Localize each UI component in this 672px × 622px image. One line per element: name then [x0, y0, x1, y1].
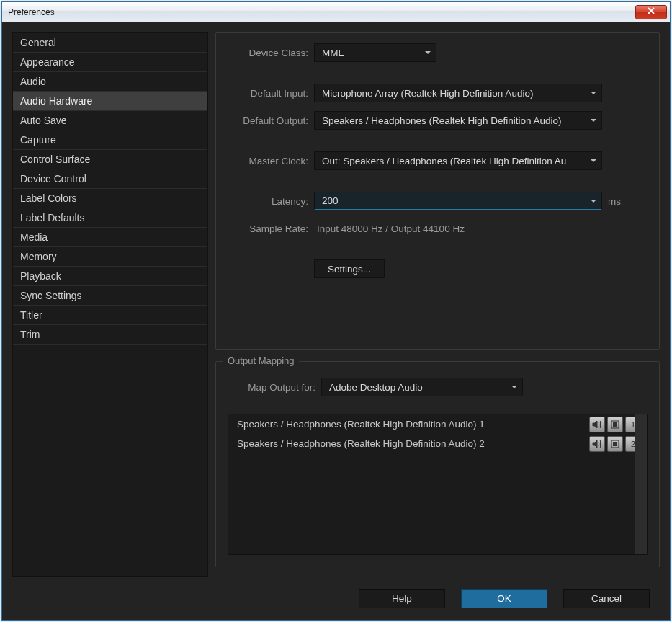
device-class-dropdown[interactable]: MME — [314, 43, 436, 62]
sidebar-item-label: Capture — [20, 134, 56, 146]
ok-button-label: OK — [497, 593, 511, 604]
sidebar-item-appearance[interactable]: Appearance — [13, 53, 207, 72]
default-output-dropdown[interactable]: Speakers / Headphones (Realtek High Defi… — [314, 111, 602, 130]
dialog-footer: Help OK Cancel — [2, 577, 670, 620]
output-mapping-group: Output Mapping Map Output for: Adobe Des… — [215, 361, 660, 567]
sidebar-item-label: Media — [20, 231, 48, 243]
sidebar-item-label: Sync Settings — [20, 290, 82, 301]
output-mapping-list: Speakers / Headphones (Realtek High Defi… — [228, 414, 648, 555]
cancel-button-label: Cancel — [591, 593, 622, 604]
sidebar-item-control-surface[interactable]: Control Surface — [13, 150, 207, 169]
map-output-for-value: Adobe Desktop Audio — [329, 382, 423, 393]
dialog-body: GeneralAppearanceAudioAudio HardwareAuto… — [2, 22, 670, 577]
chevron-down-icon — [590, 117, 597, 124]
chevron-down-icon — [590, 197, 597, 205]
sidebar-item-media[interactable]: Media — [13, 228, 207, 247]
sidebar-item-label: Control Surface — [20, 154, 90, 165]
sidebar-item-label: Audio — [20, 76, 46, 87]
device-class-label: Device Class: — [228, 48, 314, 58]
sidebar-item-sync-settings[interactable]: Sync Settings — [13, 286, 207, 306]
sidebar-item-label: Label Colors — [20, 192, 77, 204]
sidebar-item-capture[interactable]: Capture — [13, 130, 207, 150]
svg-rect-1 — [613, 422, 617, 427]
audio-hardware-group: Device Class: MME Default Input: Microph… — [215, 32, 660, 350]
map-output-for-label: Map Output for: — [228, 382, 321, 393]
category-sidebar: GeneralAppearanceAudioAudio HardwareAuto… — [12, 32, 208, 577]
map-output-for-dropdown[interactable]: Adobe Desktop Audio — [321, 378, 523, 396]
cancel-button[interactable]: Cancel — [563, 589, 650, 608]
sidebar-item-label: Memory — [20, 251, 57, 262]
mapping-icon[interactable] — [607, 417, 623, 432]
sidebar-item-label: Auto Save — [20, 115, 67, 126]
sidebar-item-general[interactable]: General — [13, 33, 207, 53]
latency-label: Latency: — [228, 196, 314, 207]
sidebar-item-audio[interactable]: Audio — [13, 72, 207, 92]
device-class-value: MME — [322, 48, 345, 58]
chevron-down-icon — [590, 89, 597, 97]
window-close-button[interactable] — [635, 5, 667, 19]
sidebar-item-titler[interactable]: Titler — [13, 306, 207, 325]
main-panel: Device Class: MME Default Input: Microph… — [215, 32, 660, 577]
sidebar-item-trim[interactable]: Trim — [13, 325, 207, 345]
mapping-icon[interactable] — [607, 436, 623, 452]
sidebar-item-label: Titler — [20, 309, 42, 321]
sidebar-item-label: Device Control — [20, 173, 86, 185]
default-output-label: Default Output: — [228, 115, 314, 126]
sample-rate-value: Input 48000 Hz / Output 44100 Hz — [314, 223, 465, 234]
chevron-down-icon — [511, 383, 518, 391]
sidebar-item-label: Audio Hardware — [20, 95, 92, 107]
sidebar-item-playback[interactable]: Playback — [13, 267, 207, 286]
output-row-label: Speakers / Headphones (Realtek High Defi… — [237, 419, 485, 430]
speaker-icon[interactable] — [589, 417, 605, 432]
latency-unit: ms — [608, 196, 621, 207]
preferences-dialog: Preferences GeneralAppearanceAudioAudio … — [1, 1, 671, 621]
ok-button[interactable]: OK — [461, 589, 547, 608]
svg-rect-3 — [613, 442, 617, 446]
sidebar-item-label: Trim — [20, 329, 40, 340]
window-title: Preferences — [8, 7, 55, 17]
master-clock-label: Master Clock: — [228, 156, 314, 166]
output-mapping-legend: Output Mapping — [223, 355, 299, 366]
sidebar-item-label-colors[interactable]: Label Colors — [13, 189, 207, 208]
sidebar-item-label-defaults[interactable]: Label Defaults — [13, 208, 207, 228]
master-clock-dropdown[interactable]: Out: Speakers / Headphones (Realtek High… — [314, 151, 602, 170]
sidebar-item-label: Appearance — [20, 56, 75, 68]
output-row-label: Speakers / Headphones (Realtek High Defi… — [237, 438, 485, 449]
scrollbar[interactable] — [635, 414, 647, 554]
latency-value: 200 — [322, 195, 339, 206]
default-input-dropdown[interactable]: Microphone Array (Realtek High Definitio… — [314, 84, 602, 102]
sidebar-item-memory[interactable]: Memory — [13, 247, 207, 267]
sidebar-item-label: Playback — [20, 270, 61, 282]
default-input-label: Default Input: — [228, 88, 314, 99]
sample-rate-label: Sample Rate: — [228, 223, 314, 234]
chevron-down-icon — [590, 157, 597, 164]
titlebar: Preferences — [2, 2, 670, 22]
sidebar-item-label: Label Defaults — [20, 212, 85, 223]
default-output-value: Speakers / Headphones (Realtek High Defi… — [322, 115, 561, 126]
latency-combobox[interactable]: 200 — [314, 192, 602, 210]
settings-button[interactable]: Settings... — [314, 259, 385, 278]
speaker-icon[interactable] — [589, 436, 605, 452]
chevron-down-icon — [424, 49, 431, 56]
master-clock-value: Out: Speakers / Headphones (Realtek High… — [322, 156, 566, 166]
help-button-label: Help — [392, 593, 412, 604]
output-row[interactable]: Speakers / Headphones (Realtek High Defi… — [228, 434, 647, 453]
help-button[interactable]: Help — [359, 589, 445, 608]
sidebar-item-audio-hardware[interactable]: Audio Hardware — [13, 92, 207, 111]
sidebar-item-device-control[interactable]: Device Control — [13, 169, 207, 189]
default-input-value: Microphone Array (Realtek High Definitio… — [322, 88, 533, 99]
close-icon — [647, 6, 655, 17]
sidebar-item-auto-save[interactable]: Auto Save — [13, 111, 207, 130]
output-row[interactable]: Speakers / Headphones (Realtek High Defi… — [228, 414, 647, 434]
sidebar-item-label: General — [20, 37, 56, 48]
settings-button-label: Settings... — [328, 264, 371, 275]
